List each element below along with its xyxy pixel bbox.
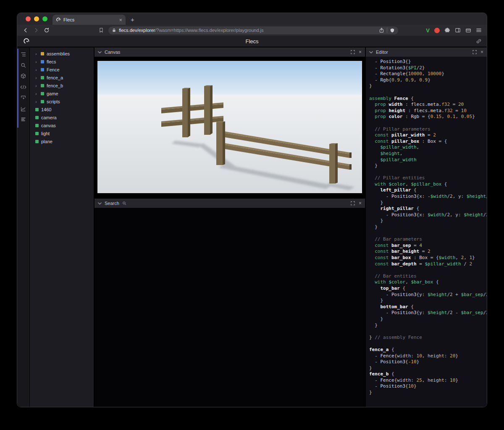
code-line: - Rectangle{10000, 10000} [369,71,487,77]
tree-item-light[interactable]: light [30,129,94,137]
close-icon[interactable]: × [359,50,362,55]
tree-item-plane[interactable]: plane [30,137,94,145]
flecs-logo-icon[interactable] [23,38,30,45]
editor-column: Editor × - Position3{} - Rotation3{$PI/2… [366,47,487,407]
search-magnifier-icon [122,201,126,205]
code-line: $height, [369,151,487,157]
tab-title: Flecs [63,17,116,22]
extensions-puzzle-icon[interactable] [444,27,450,33]
search-panel-header[interactable]: Search × [94,199,365,208]
traffic-lights [26,16,47,21]
tree-expand-icon[interactable]: › [35,83,38,88]
tree-expand-icon[interactable]: › [35,75,38,80]
tab-close-icon[interactable]: × [119,17,122,23]
tree-expand-icon[interactable]: › [35,67,38,72]
code-line: } [369,365,487,372]
expand-icon[interactable] [351,50,355,54]
tree-item-Fence[interactable]: ›Fence [30,66,94,73]
code-line: } [369,218,487,224]
entity-kind-badge [35,116,39,119]
shield-icon[interactable] [390,28,395,33]
code-line: const pillar_box : Box = { [369,139,487,145]
tree-item-camera[interactable]: camera [30,113,94,121]
bookmark-icon[interactable] [98,27,105,34]
sidebar-toggle-icon[interactable] [455,27,461,33]
tree-item-fence_b[interactable]: ›fence_b [30,81,94,89]
tree-expand-icon[interactable]: › [35,51,38,56]
browser-tab[interactable]: Flecs × [52,15,126,25]
code-line [369,89,487,96]
back-icon[interactable] [22,27,29,34]
scene-cube-icon[interactable] [20,73,26,79]
menu-hamburger-icon[interactable] [476,28,482,33]
tree-item-label: assemblies [47,51,70,56]
code-line: // Pillar parameters [369,126,487,133]
canvas-viewport[interactable] [94,57,365,197]
metrics-bars-icon[interactable] [20,117,26,123]
editor-panel-header[interactable]: Editor × [366,47,487,57]
entity-tree-icon[interactable] [20,51,26,57]
tree-item-game[interactable]: ›game [30,89,94,97]
stats-chart-icon[interactable] [20,106,26,112]
tree-item-flecs[interactable]: ›flecs [30,58,94,66]
search-results-area[interactable] [94,208,365,407]
tree-expand-icon[interactable]: › [35,99,38,104]
search-icon[interactable] [20,62,26,68]
code-line: } [369,298,487,304]
chevron-down-icon[interactable] [369,51,373,54]
tree-item-label: Fence [47,67,60,72]
editor-panel-title: Editor [376,50,388,55]
entity-kind-badge [41,52,44,55]
tree-item-fence_a[interactable]: ›fence_a [30,73,94,81]
app-header: Flecs [17,36,487,47]
entity-tree: ›assemblies›flecs›Fence›fence_a›fence_b›… [30,47,94,407]
code-line: left_pillar { [369,187,487,194]
extension-adblock-icon[interactable] [434,28,440,33]
code-line: const bar_depth = $pillar_width / 2 [369,261,487,267]
code-line: } [369,163,487,169]
code-line: } [369,322,487,329]
code-line: // Bar entities [369,273,487,280]
forward-icon[interactable] [33,27,39,34]
tree-item-1460[interactable]: 1460 [30,105,94,113]
code-line: - Position3{x: -$width/2, y: $height/2} [369,194,487,200]
share-link-icon[interactable] [476,38,482,44]
tree-item-label: flecs [47,59,56,64]
wallet-icon[interactable] [465,27,471,33]
inspect-cursor-icon[interactable] [20,95,26,101]
extension-v-icon[interactable]: V [426,27,430,34]
close-icon[interactable]: × [480,50,483,55]
code-line: with $color, $pillar_box { [369,181,487,188]
tree-item-label: fence_a [47,75,63,80]
code-line: $pillar_width [369,157,487,163]
code-line [369,120,487,126]
share-icon[interactable] [379,27,384,33]
titlebar: Flecs × + [17,13,487,25]
script-code-icon[interactable] [20,84,26,90]
new-tab-button[interactable]: + [131,16,134,23]
canvas-panel-title: Canvas [105,50,120,55]
tree-expand-icon[interactable]: › [35,91,38,96]
reload-icon[interactable] [43,27,50,34]
chevron-down-icon[interactable] [98,202,102,205]
tree-expand-icon[interactable]: › [35,59,38,64]
code-line: } // assembly Fence [369,335,487,341]
tree-item-label: fence_b [47,83,63,88]
tree-item-scripts[interactable]: ›scripts [30,97,94,105]
code-line: - Position3{y: $height/2 + $bar_sep/2} [369,292,487,298]
editor-code[interactable]: - Position3{} - Rotation3{$PI/2} - Recta… [366,57,487,407]
code-line: // Pillar entities [369,175,487,181]
tree-item-canvas[interactable]: canvas [30,121,94,129]
code-line: $pillar_width, [369,144,487,151]
address-bar[interactable]: flecs.dev/explorer/?wasm=https://www.fle… [108,26,398,34]
canvas-panel-header[interactable]: Canvas × [94,47,365,57]
tree-item-assemblies[interactable]: ›assemblies [30,50,94,58]
expand-icon[interactable] [351,201,355,205]
minimize-window-button[interactable] [34,16,39,21]
expand-icon[interactable] [472,50,477,54]
chevron-down-icon[interactable] [98,51,102,54]
close-window-button[interactable] [26,16,31,21]
code-line: - Rgb{0.9, 0.9, 0.9} [369,77,487,84]
zoom-window-button[interactable] [42,16,47,21]
close-icon[interactable]: × [359,201,362,206]
